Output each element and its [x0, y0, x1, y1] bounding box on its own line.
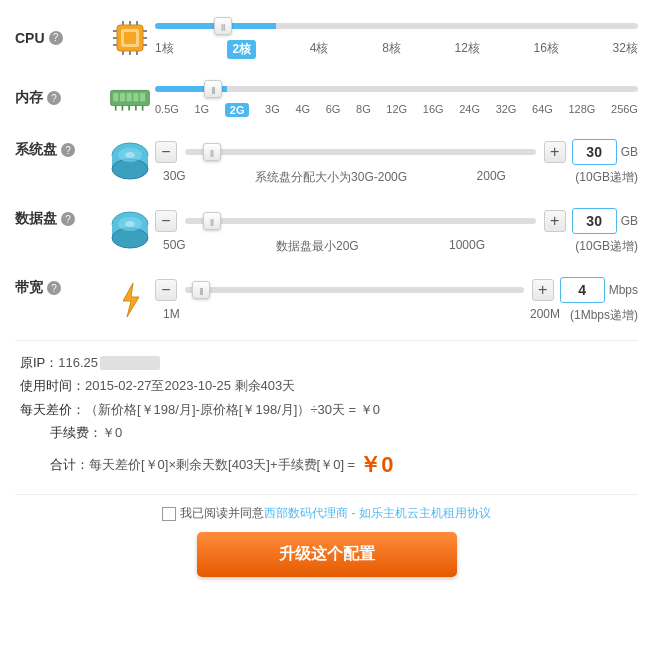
ram-option-3[interactable]: 3G	[265, 103, 280, 117]
ram-help-icon[interactable]: ?	[47, 91, 61, 105]
upgrade-button[interactable]: 升级这个配置	[197, 532, 457, 577]
bandwidth-slider-wrapper[interactable]	[185, 280, 524, 300]
bandwidth-max-label: 200M	[530, 307, 560, 324]
bandwidth-min-label: 1M	[163, 307, 180, 324]
system-disk-help-icon[interactable]: ?	[61, 143, 75, 157]
ram-option-4[interactable]: 4G	[295, 103, 310, 117]
cpu-icon	[109, 17, 151, 59]
bandwidth-unit: Mbps	[609, 283, 638, 297]
ram-thumb[interactable]	[204, 80, 222, 98]
cpu-slider-wrapper[interactable]	[155, 16, 638, 36]
original-ip-row: 原IP： 116.25	[20, 351, 633, 374]
bandwidth-label-group: 带宽 ?	[15, 277, 105, 297]
cpu-slider-content: 1核 2核 4核 8核 12核 16核 32核	[155, 16, 638, 59]
bandwidth-minus-btn[interactable]: −	[155, 279, 177, 301]
bandwidth-help-icon[interactable]: ?	[47, 281, 61, 295]
bandwidth-track	[185, 287, 524, 293]
data-disk-minus-btn[interactable]: −	[155, 210, 177, 232]
bandwidth-content: − + 4 Mbps 1M 200M (1Mbps递增)	[155, 277, 638, 324]
data-disk-row: 数据盘 ? − + 30 GB 50G 数据盘最小20G 1000G (10GB…	[15, 200, 638, 261]
total-label: 合计：	[50, 453, 89, 476]
ram-icon	[109, 83, 151, 113]
svg-rect-17	[120, 93, 125, 101]
daily-diff-value: （新价格[￥198/月]-原价格[￥198/月]）÷30天 = ￥0	[85, 398, 380, 421]
data-disk-max-label: 1000G	[449, 238, 485, 255]
data-disk-plus-btn[interactable]: +	[544, 210, 566, 232]
ram-label: 内存	[15, 89, 43, 107]
bandwidth-thumb[interactable]	[192, 281, 210, 299]
cpu-option-2[interactable]: 4核	[310, 40, 329, 59]
agreement-text: 我已阅读并同意	[180, 505, 264, 522]
ram-option-6[interactable]: 8G	[356, 103, 371, 117]
bandwidth-row: 带宽 ? − + 4 Mbps 1M 200M (1Mbps递增)	[15, 269, 638, 330]
data-disk-thumb[interactable]	[203, 212, 221, 230]
use-time-label: 使用时间：	[20, 374, 85, 397]
svg-rect-19	[133, 93, 138, 101]
divider-1	[15, 340, 638, 341]
data-disk-info: 50G 数据盘最小20G 1000G (10GB递增)	[155, 238, 638, 255]
cpu-labels: 1核 2核 4核 8核 12核 16核 32核	[155, 40, 638, 59]
info-section: 原IP： 116.25 使用时间： 2015-02-27至2023-10-25 …	[15, 351, 638, 484]
total-formula: 每天差价[￥0]×剩余天数[403天]+手续费[￥0] =	[89, 453, 355, 476]
bandwidth-value: 4	[560, 277, 605, 303]
system-disk-label-group: 系统盘 ?	[15, 139, 105, 159]
system-disk-plus-btn[interactable]: +	[544, 141, 566, 163]
ram-track	[155, 86, 638, 92]
svg-rect-18	[127, 93, 132, 101]
system-disk-max-label: 200G	[477, 169, 506, 186]
cpu-option-6[interactable]: 32核	[613, 40, 638, 59]
bandwidth-step-label: (1Mbps递增)	[570, 307, 638, 324]
ram-option-8[interactable]: 16G	[423, 103, 444, 117]
cpu-option-1[interactable]: 2核	[227, 40, 256, 59]
system-disk-thumb[interactable]	[203, 143, 221, 161]
cpu-label-group: CPU ?	[15, 30, 105, 46]
cpu-option-4[interactable]: 12核	[455, 40, 480, 59]
svg-rect-20	[140, 93, 145, 101]
ram-slider-wrapper[interactable]	[155, 79, 638, 99]
bandwidth-label: 带宽	[15, 279, 43, 297]
cpu-option-0[interactable]: 1核	[155, 40, 174, 59]
cpu-option-3[interactable]: 8核	[382, 40, 401, 59]
data-disk-label: 数据盘	[15, 210, 57, 228]
ram-option-1[interactable]: 1G	[194, 103, 209, 117]
system-disk-minus-btn[interactable]: −	[155, 141, 177, 163]
system-disk-info: 30G 系统盘分配大小为30G-200G 200G (10GB递增)	[155, 169, 638, 186]
svg-rect-2	[124, 32, 136, 44]
bandwidth-icon-wrapper	[105, 277, 155, 321]
ram-labels: 0.5G 1G 2G 3G 4G 6G 8G 12G 16G 24G 32G 6…	[155, 103, 638, 117]
ram-option-11[interactable]: 64G	[532, 103, 553, 117]
data-disk-help-icon[interactable]: ?	[61, 212, 75, 226]
system-disk-row: 系统盘 ? − + 30 GB 30G 系统盘分配大小为30G-200G 200…	[15, 131, 638, 192]
divider-2	[15, 494, 638, 495]
agreement-link[interactable]: 西部数码代理商 - 如乐主机云主机租用协议	[264, 505, 491, 522]
data-disk-min-label: 50G	[163, 238, 186, 255]
cpu-row: CPU ? 1核 2核 4	[15, 10, 638, 65]
system-disk-step-label: (10GB递增)	[575, 169, 638, 186]
cpu-help-icon[interactable]: ?	[49, 31, 63, 45]
data-disk-center-label: 数据盘最小20G	[276, 238, 359, 255]
bandwidth-spacer	[180, 307, 530, 324]
ram-option-2[interactable]: 2G	[225, 103, 250, 117]
system-disk-controls: − + 30 GB	[155, 139, 638, 165]
svg-point-30	[125, 152, 135, 158]
data-disk-slider-wrapper[interactable]	[185, 211, 536, 231]
ram-option-9[interactable]: 24G	[459, 103, 480, 117]
system-disk-slider-wrapper[interactable]	[185, 142, 536, 162]
data-disk-icon	[109, 210, 151, 252]
ram-option-13[interactable]: 256G	[611, 103, 638, 117]
bandwidth-plus-btn[interactable]: +	[532, 279, 554, 301]
ip-mask	[100, 356, 160, 370]
data-disk-icon-wrapper	[105, 208, 155, 252]
cpu-icon-wrapper	[105, 17, 155, 59]
ram-option-10[interactable]: 32G	[496, 103, 517, 117]
ram-option-12[interactable]: 128G	[568, 103, 595, 117]
ram-option-7[interactable]: 12G	[386, 103, 407, 117]
ram-option-5[interactable]: 6G	[326, 103, 341, 117]
bandwidth-info: 1M 200M (1Mbps递增)	[155, 307, 638, 324]
cpu-thumb[interactable]	[214, 17, 232, 35]
ram-slider-content: 0.5G 1G 2G 3G 4G 6G 8G 12G 16G 24G 32G 6…	[155, 79, 638, 117]
ram-option-0[interactable]: 0.5G	[155, 103, 179, 117]
cpu-label: CPU	[15, 30, 45, 46]
cpu-option-5[interactable]: 16核	[534, 40, 559, 59]
agreement-checkbox[interactable]	[162, 507, 176, 521]
